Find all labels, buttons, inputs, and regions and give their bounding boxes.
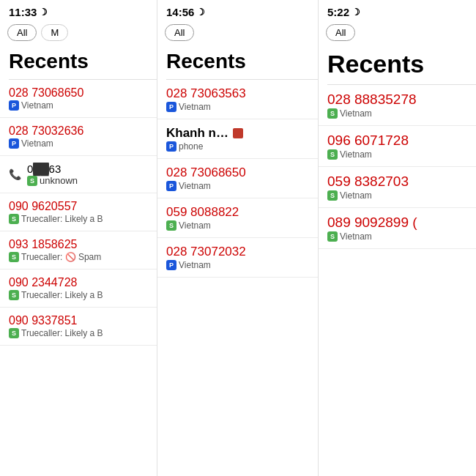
call-number: 0██63 xyxy=(27,163,148,175)
call-source: S unknown xyxy=(27,175,148,186)
call-item[interactable]: 028 73072032 P Vietnam xyxy=(157,238,318,278)
call-item[interactable]: 028 73068650 P Vietnam xyxy=(0,80,157,118)
badge-p: P xyxy=(166,181,176,191)
badge-s: S xyxy=(27,176,37,186)
call-number: 028 88835278 xyxy=(327,92,467,108)
call-item[interactable]: 059 8088822 S Vietnam xyxy=(157,198,318,238)
badge-p: P xyxy=(166,141,176,152)
badge-p: P xyxy=(9,100,19,111)
call-source: P Vietnam xyxy=(166,260,309,270)
moon-icon-2: ☽ xyxy=(196,7,205,18)
call-item-khanh[interactable]: Khanh n… P phone xyxy=(157,119,318,159)
call-item[interactable]: 028 88835278 S Vietnam xyxy=(319,85,476,126)
call-number: 093 1858625 xyxy=(9,238,148,251)
status-bar-1: 11:33 ☽ xyxy=(0,0,157,21)
call-item[interactable]: 090 2344728 S Truecaller: Likely a B xyxy=(0,269,157,308)
call-number: 059 8088822 xyxy=(166,205,309,220)
call-info: 0██63 S unknown xyxy=(27,163,148,186)
call-number: 028 73032636 xyxy=(9,124,148,138)
call-item[interactable]: 028 73032636 P Vietnam xyxy=(0,118,157,156)
call-number-name: Khanh n… xyxy=(166,126,309,141)
badge-s: S xyxy=(9,214,19,224)
moon-icon-3: ☽ xyxy=(352,7,360,18)
call-number: 090 9337851 xyxy=(9,314,148,327)
badge-s: S xyxy=(327,190,338,201)
recents-title-3: Recents xyxy=(319,45,476,84)
tab-m-1[interactable]: M xyxy=(41,24,68,41)
badge-s: S xyxy=(327,231,338,242)
tab-row-3: All xyxy=(319,21,476,45)
call-number: 028 73068650 xyxy=(166,166,309,180)
recents-title-1: Recents xyxy=(0,45,157,79)
call-item-unknown[interactable]: 📞 0██63 S unknown xyxy=(0,156,157,193)
call-number: 089 9092899 ( xyxy=(327,215,467,231)
call-source: P phone xyxy=(166,141,309,152)
call-source: P Vietnam xyxy=(166,102,309,112)
call-number: 059 8382703 xyxy=(327,174,467,190)
call-source: S Truecaller: Likely a B xyxy=(9,290,148,300)
badge-s: S xyxy=(9,328,19,338)
call-number: 028 73063563 xyxy=(166,86,309,101)
time-1: 11:33 xyxy=(9,6,37,18)
phone-panel-2: 14:56 ☽ All Recents 028 73063563 P Vietn… xyxy=(157,0,319,476)
call-item[interactable]: 028 73068650 P Vietnam xyxy=(157,159,318,198)
call-item[interactable]: 028 73063563 P Vietnam xyxy=(157,80,318,119)
badge-p: P xyxy=(166,260,176,270)
moon-icon-1: ☽ xyxy=(39,7,48,18)
tab-row-1: All M xyxy=(0,21,157,45)
call-item[interactable]: 090 9620557 S Truecaller: Likely a B xyxy=(0,193,157,231)
time-2: 14:56 xyxy=(166,6,194,18)
call-item[interactable]: 096 6071728 S Vietnam xyxy=(319,126,476,167)
tab-row-2: All xyxy=(157,21,318,45)
badge-p: P xyxy=(9,138,19,149)
call-source: S Vietnam xyxy=(327,190,467,201)
status-bar-2: 14:56 ☽ xyxy=(157,0,318,21)
badge-s: S xyxy=(327,108,338,119)
call-source: S Truecaller: 🚫 Spam xyxy=(9,252,148,262)
call-number: 090 9620557 xyxy=(9,200,148,213)
badge-s: S xyxy=(9,252,19,262)
call-item[interactable]: 089 9092899 ( S Vietnam xyxy=(319,208,476,249)
call-number: 090 2344728 xyxy=(9,276,148,289)
call-item[interactable]: 090 9337851 S Truecaller: Likely a B xyxy=(0,308,157,346)
call-source: S Vietnam xyxy=(166,220,309,231)
recents-title-2: Recents xyxy=(157,45,318,79)
badge-s: S xyxy=(166,220,176,231)
tab-all-1[interactable]: All xyxy=(7,24,37,41)
color-swatch xyxy=(233,128,243,138)
call-number: 028 73072032 xyxy=(166,245,309,259)
call-source: S Truecaller: Likely a B xyxy=(9,214,148,224)
call-source: P Vietnam xyxy=(9,100,148,111)
call-source: S Truecaller: Likely a B xyxy=(9,328,148,338)
badge-s: S xyxy=(327,149,338,160)
call-item[interactable]: 059 8382703 S Vietnam xyxy=(319,167,476,208)
badge-p: P xyxy=(166,102,176,112)
status-bar-3: 5:22 ☽ xyxy=(319,0,476,21)
tab-all-3[interactable]: All xyxy=(326,24,355,41)
call-number: 096 6071728 xyxy=(327,133,467,149)
call-item[interactable]: 093 1858625 S Truecaller: 🚫 Spam xyxy=(0,231,157,269)
call-source: S Vietnam xyxy=(327,149,467,160)
call-source: P Vietnam xyxy=(166,181,309,191)
call-source: P Vietnam xyxy=(9,138,148,149)
call-source: S Vietnam xyxy=(327,108,467,119)
phone-panel-3: 5:22 ☽ All Recents 028 88835278 S Vietna… xyxy=(319,0,476,476)
phone-panel-1: 11:33 ☽ All M Recents 028 73068650 P Vie… xyxy=(0,0,157,476)
call-number: 028 73068650 xyxy=(9,86,148,100)
badge-s: S xyxy=(9,290,19,300)
time-3: 5:22 xyxy=(327,6,349,18)
call-source: S Vietnam xyxy=(327,231,467,242)
tab-all-2[interactable]: All xyxy=(165,24,194,41)
incoming-call-icon: 📞 xyxy=(9,168,21,180)
